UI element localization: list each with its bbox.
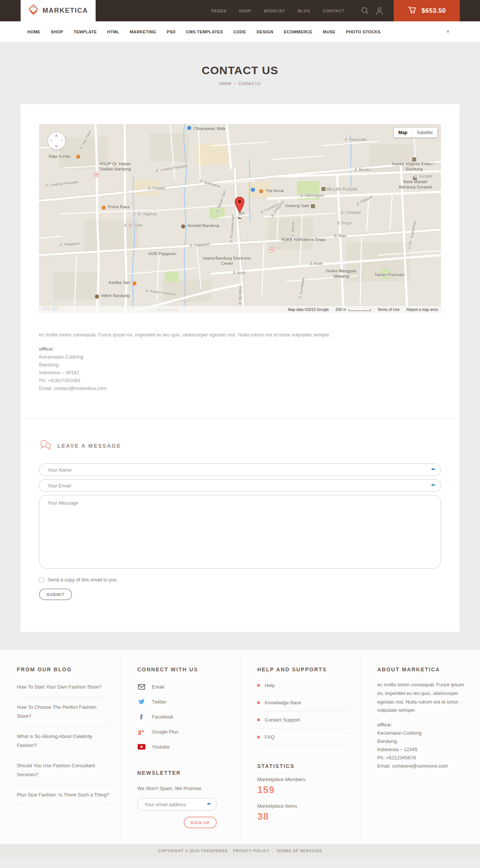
menu-item-shop[interactable]: SHOP — [51, 30, 63, 34]
map-scale-bar — [348, 309, 371, 311]
stat-value: 38 — [257, 811, 350, 822]
submit-button[interactable]: SUBMIT — [39, 589, 72, 600]
send-copy-label: Send a copy of this email to you — [48, 577, 117, 583]
newsletter-heading: NEWSLETTER — [137, 770, 217, 776]
cart-icon — [408, 6, 417, 16]
stat-value: 159 — [257, 784, 350, 796]
youtube-icon — [137, 743, 146, 750]
hotel-icon — [181, 224, 186, 229]
hospital-icon: H — [94, 172, 99, 177]
shopping-icon — [250, 187, 255, 192]
map-type-map-button[interactable]: Map — [394, 128, 412, 137]
social-link-gplus[interactable]: g+ Google Plus — [137, 724, 230, 739]
name-input[interactable] — [39, 463, 441, 476]
landmark-icon — [310, 204, 315, 209]
terms-link[interactable]: TERMS OF SERVICES — [276, 849, 322, 853]
map-attribution-bar: Map data ©2015 Google 200 m Terms of Use… — [39, 306, 441, 313]
social-link-facebook[interactable]: f Facebook — [137, 709, 230, 724]
menu-item-template[interactable]: TEMPLATE — [74, 30, 97, 34]
office-line: Kecamatan Coblong — [39, 353, 441, 361]
social-link-twitter[interactable]: Twitter — [137, 694, 230, 709]
blog-link[interactable]: Should You Use Fashion Consultant Servic… — [17, 756, 110, 785]
message-textarea[interactable] — [39, 495, 441, 569]
menu-item-code[interactable]: CODE — [234, 30, 246, 34]
brand-name: MARKETICA — [42, 7, 88, 15]
menu-item-cms-templates[interactable]: CMS TEMPLATES — [186, 30, 223, 34]
map-scale: 200 m — [336, 308, 371, 312]
newsletter-tagline: We Won't Spam, We Promise — [137, 786, 217, 791]
menu-item-html[interactable]: HTML — [107, 30, 119, 34]
google-map[interactable]: H H Cihampelas Walk Jl. Hasanudin Raja S… — [39, 124, 441, 313]
facebook-icon: f — [137, 713, 146, 720]
social-link-youtube[interactable]: Youtube — [137, 739, 230, 754]
privacy-policy-link[interactable]: PRIVACY POLICY — [233, 849, 270, 853]
map-label: Jl. Banda — [291, 221, 295, 237]
menu-item-home[interactable]: HOME — [27, 30, 40, 34]
menu-item-marketing[interactable]: MARKETING — [130, 30, 156, 34]
chat-bubbles-icon — [39, 439, 52, 452]
brand-logo[interactable]: MARKETICA — [21, 0, 96, 21]
map-marker-pin[interactable] — [234, 197, 246, 216]
help-link[interactable]: Knowladge Base — [257, 694, 350, 711]
map-label: RSUP Dr. Hasan Sadikin Bandung — [94, 161, 137, 172]
map-label: Prima Rasa — [108, 205, 129, 209]
menu-item-photo-stocks[interactable]: PHOTO STOCKS — [346, 30, 380, 34]
header-nav-shop[interactable]: SHOP — [239, 9, 252, 13]
map-label: Kantor Imigrasi Kelas I - Bandung — [392, 161, 436, 172]
blog-link[interactable]: Plus Size Fashion: Is There Such a Thing… — [17, 785, 110, 805]
statistics-heading: STATISTICS — [257, 763, 350, 769]
send-copy-checkbox[interactable] — [39, 577, 44, 582]
menu-item-ecommerce[interactable]: ECOMMERCE — [284, 30, 312, 34]
breadcrumb-home[interactable]: Home — [219, 81, 231, 86]
chevron-down-icon[interactable]: ˅ — [447, 29, 449, 34]
pan-right-arrow[interactable]: › — [61, 138, 63, 142]
newsletter-email-input[interactable] — [137, 798, 217, 811]
office-line: Ph. +6212345678 — [377, 754, 470, 762]
user-account-icon[interactable] — [375, 6, 384, 15]
office-line: Bandung. — [377, 737, 470, 745]
restaurant-icon — [101, 205, 106, 210]
contact-card: H H Cihampelas Walk Jl. Hasanudin Raja S… — [21, 104, 459, 632]
stat-label: Marketplace Items — [257, 803, 350, 809]
header-nav-blog[interactable]: BLOG — [298, 9, 310, 13]
map-label: Jl. Riau — [334, 234, 346, 238]
twitter-icon — [137, 698, 146, 705]
signup-button[interactable]: SIGN UP — [184, 817, 217, 828]
pan-left-arrow[interactable]: ‹ — [51, 138, 52, 142]
map-label: The Kiosk — [266, 188, 284, 193]
map-label: Jl. Surapati — [414, 174, 433, 178]
map-terms-link[interactable]: Terms of Use — [378, 308, 400, 312]
cart-button[interactable]: $653.50 — [394, 0, 460, 21]
map-label: RSKB Halmahera Siaga — [281, 237, 326, 242]
about-text: ec mollis lorem consequat. Fusce ipsum e… — [377, 681, 470, 715]
help-link[interactable]: FAQ — [257, 729, 350, 746]
map-label: Kartika Sari — [109, 280, 130, 285]
social-link-email[interactable]: Email — [137, 679, 230, 694]
header-nav-wishlist[interactable]: WISHLIST — [264, 9, 285, 13]
map-type-satellite-button[interactable]: Satellite — [412, 128, 437, 137]
shopping-icon — [187, 125, 192, 130]
map-pan-control[interactable]: ˄ ˅ ‹ › — [48, 132, 65, 149]
blog-link[interactable]: What is So Alluring About Celebrity Fash… — [17, 726, 110, 756]
search-icon[interactable] — [361, 6, 370, 15]
menu-item-muse[interactable]: MUSE — [323, 30, 335, 34]
pan-up-arrow[interactable]: ˄ — [55, 133, 57, 138]
envelope-icon — [137, 683, 146, 690]
page-title: CONTACT US — [0, 64, 480, 77]
blog-link[interactable]: How To Start Your Own Fashion Store? — [17, 677, 110, 697]
office-line: Email. contact@marketica.com — [39, 384, 441, 392]
menu-item-psd[interactable]: PSD — [166, 30, 176, 34]
email-input[interactable] — [39, 479, 441, 492]
breadcrumb: Home › Contact Us — [0, 81, 480, 86]
menu-item-design[interactable]: DESIGN — [256, 30, 273, 34]
map-report-link[interactable]: Report a map error — [406, 308, 438, 312]
blog-link[interactable]: How To Choose The Perfect Fashion Store? — [17, 697, 110, 726]
footer-blog-heading: FROM OUR BLOG — [17, 666, 110, 672]
header-nav-contact[interactable]: CONTACT — [323, 9, 344, 13]
map-label: Jl. Aceh — [232, 271, 246, 275]
help-link[interactable]: Help — [257, 677, 350, 694]
office-line: Email. someone@someone.com — [377, 762, 470, 770]
header-nav-pages[interactable]: PAGES — [211, 9, 226, 13]
pan-down-arrow[interactable]: ˅ — [55, 144, 57, 148]
help-link[interactable]: Contact Support — [257, 711, 350, 729]
